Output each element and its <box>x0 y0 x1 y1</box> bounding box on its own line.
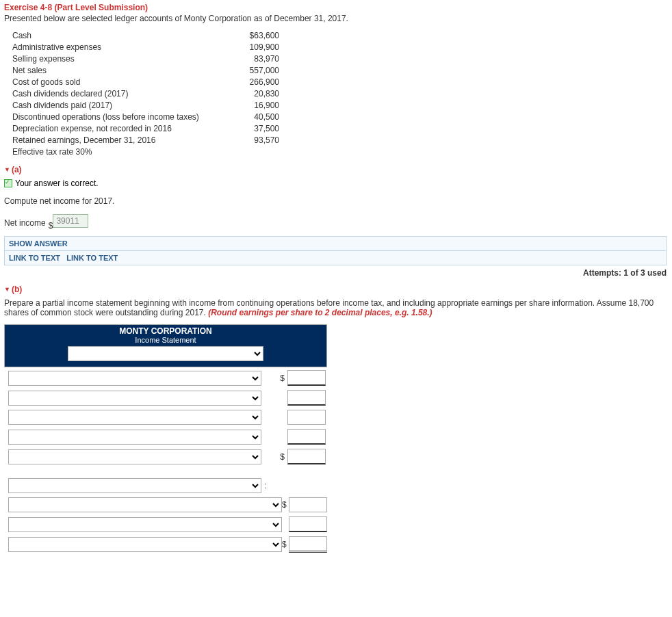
dollar-sign: $ <box>261 373 287 383</box>
dollar-sign: $ <box>282 540 289 549</box>
line-item-select[interactable] <box>8 517 282 532</box>
intro-text: Presented below are selected ledger acco… <box>4 14 668 23</box>
amount-input[interactable] <box>287 410 326 425</box>
part-b-instruction: Prepare a partial income statement begin… <box>4 298 668 317</box>
income-statement-form: $ $ : $ $ <box>4 367 668 560</box>
statement-header: MONTY CORPORATION Income Statement <box>5 325 326 345</box>
line-item-select[interactable] <box>8 430 261 445</box>
net-income-row: Net income $ <box>4 214 668 228</box>
line-item-select[interactable] <box>8 391 261 406</box>
ledger-table: Cash$63,600 Administrative expenses109,9… <box>12 30 668 158</box>
amount-input[interactable] <box>287 449 326 464</box>
part-b-header[interactable]: ▼(b) <box>4 285 668 294</box>
line-item-select[interactable] <box>8 537 282 552</box>
answer-links-bar: SHOW ANSWER LINK TO TEXT LINK TO TEXT <box>4 236 667 265</box>
line-item-select[interactable] <box>8 449 261 464</box>
checkmark-icon <box>4 179 12 187</box>
caret-down-icon: ▼ <box>4 166 10 173</box>
line-item-select[interactable] <box>8 371 261 386</box>
link-to-text-2[interactable]: LINK TO TEXT <box>66 254 118 262</box>
dollar-sign: $ <box>282 500 289 510</box>
compute-instruction: Compute net income for 2017. <box>4 196 668 206</box>
amount-input[interactable] <box>289 536 327 553</box>
amount-input[interactable] <box>287 390 326 406</box>
net-income-label: Net income <box>4 218 46 228</box>
ledger-row: Net sales557,000 <box>12 65 668 77</box>
dollar-sign: $ <box>49 221 53 231</box>
correct-indicator: Your answer is correct. <box>4 179 668 188</box>
part-a-header[interactable]: ▼(a) <box>4 165 668 174</box>
amount-input[interactable] <box>287 370 326 386</box>
line-item-select[interactable] <box>8 410 261 425</box>
dollar-sign: $ <box>261 452 287 462</box>
line-item-select[interactable] <box>8 497 282 512</box>
ledger-row: Cash dividends declared (2017)20,830 <box>12 88 668 100</box>
ledger-row: Cost of goods sold266,900 <box>12 77 668 88</box>
line-item-select[interactable] <box>8 478 261 493</box>
attempts-counter: Attempts: 1 of 3 used <box>4 268 667 278</box>
caret-down-icon: ▼ <box>4 286 10 293</box>
amount-input[interactable] <box>287 429 326 445</box>
statement-period-select[interactable] <box>68 346 263 361</box>
exercise-title: Exercise 4-8 (Part Level Submission) <box>4 3 668 12</box>
income-statement-panel: MONTY CORPORATION Income Statement <box>4 324 327 367</box>
amount-input[interactable] <box>289 516 327 532</box>
ledger-row: Administrative expenses109,900 <box>12 42 668 53</box>
show-answer-link[interactable]: SHOW ANSWER <box>9 239 68 248</box>
ledger-row: Cash$63,600 <box>12 30 668 42</box>
colon: : <box>264 481 266 490</box>
ledger-row: Retained earnings, December 31, 201693,5… <box>12 135 668 146</box>
ledger-row: Depreciation expense, not recorded in 20… <box>12 123 668 135</box>
ledger-row: Cash dividends paid (2017)16,900 <box>12 100 668 111</box>
net-income-input <box>53 214 88 228</box>
amount-input[interactable] <box>289 497 327 512</box>
link-to-text-1[interactable]: LINK TO TEXT <box>9 254 60 262</box>
ledger-row: Effective tax rate 30% <box>12 146 668 158</box>
ledger-row: Selling expenses83,970 <box>12 53 668 65</box>
ledger-row: Discontinued operations (loss before inc… <box>12 111 668 123</box>
